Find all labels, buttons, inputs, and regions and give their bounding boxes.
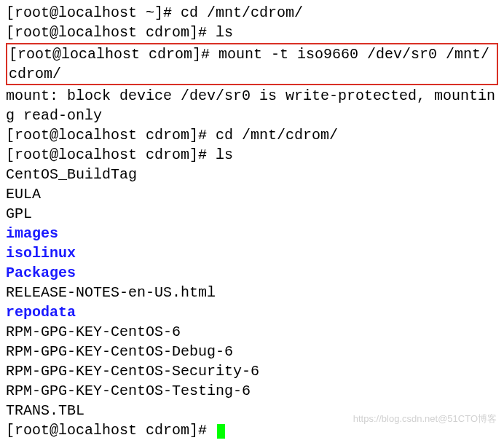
ls-file: EULA (6, 184, 498, 204)
ls-directory: isolinux (6, 243, 498, 263)
terminal-prompt[interactable]: [root@localhost cdrom]# (6, 420, 498, 440)
ls-file: RPM-GPG-KEY-CentOS-Debug-6 (6, 342, 498, 361)
ls-directory: images (6, 224, 498, 243)
terminal-line: [root@localhost cdrom]# ls (6, 145, 498, 165)
ls-file: RPM-GPG-KEY-CentOS-Security-6 (6, 361, 498, 381)
terminal-line: [root@localhost ~]# cd /mnt/cdrom/ (6, 3, 498, 23)
ls-file: RELEASE-NOTES-en-US.html (6, 283, 498, 302)
terminal-line: mount: block device /dev/sr0 is write-pr… (6, 86, 498, 125)
ls-directory: Packages (6, 263, 498, 283)
ls-file: RPM-GPG-KEY-CentOS-Testing-6 (6, 381, 498, 401)
ls-file: GPL (6, 204, 498, 224)
terminal-line: [root@localhost cdrom]# mount -t iso9660… (9, 44, 495, 84)
cursor-icon (217, 424, 225, 439)
ls-directory: repodata (6, 302, 498, 322)
ls-file: CentOS_BuildTag (6, 165, 498, 184)
terminal-line: [root@localhost cdrom]# cd /mnt/cdrom/ (6, 125, 498, 145)
terminal-line: [root@localhost cdrom]# ls (6, 23, 498, 42)
highlighted-command: [root@localhost cdrom]# mount -t iso9660… (6, 43, 498, 85)
ls-file: RPM-GPG-KEY-CentOS-6 (6, 322, 498, 342)
prompt-text: [root@localhost cdrom]# (6, 422, 216, 439)
ls-file: TRANS.TBL (6, 401, 498, 420)
